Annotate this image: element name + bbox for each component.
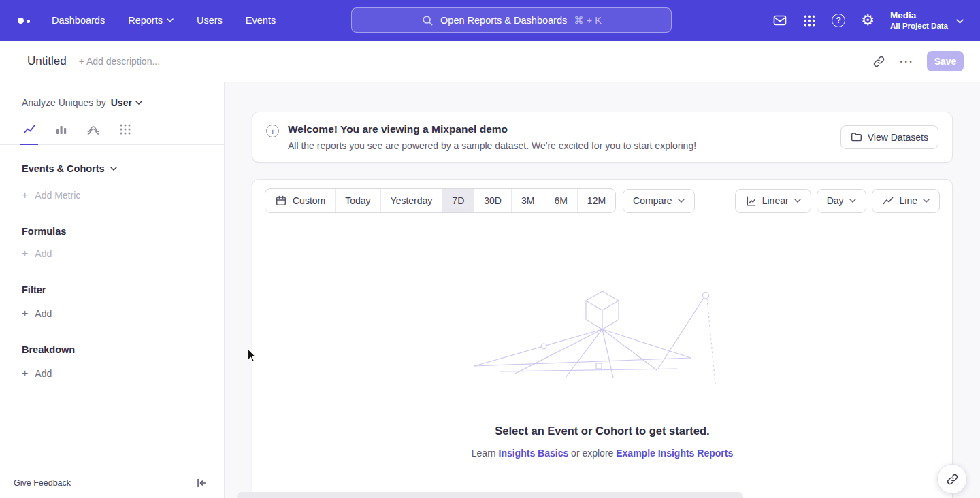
empty-state-illustration (473, 287, 732, 389)
tab-dots-grid[interactable] (118, 122, 132, 144)
nav-reports[interactable]: Reports (128, 15, 174, 26)
analyze-row: Analyze Uniques by User (0, 82, 224, 108)
chart-type-dropdown[interactable]: Line (872, 189, 940, 213)
range-12m[interactable]: 12M (577, 189, 615, 212)
chevron-down-icon (678, 199, 685, 203)
add-breakdown-button[interactable]: + Add (0, 368, 224, 379)
add-formula-label: Add (35, 248, 52, 259)
add-description-field[interactable]: + Add description... (79, 56, 160, 67)
nav-reports-label: Reports (128, 15, 163, 26)
plus-icon: + (22, 308, 28, 319)
messages-icon[interactable] (772, 13, 787, 28)
report-header-bar: Untitled + Add description... ⋯ Save (0, 41, 980, 82)
add-filter-button[interactable]: + Add (0, 308, 224, 319)
view-datasets-label: View Datasets (868, 132, 928, 143)
add-metric-label: Add Metric (35, 190, 80, 201)
chevron-down-icon (794, 199, 801, 203)
tab-flow[interactable] (86, 122, 100, 144)
share-link-fab[interactable] (937, 464, 967, 494)
tab-bar-chart[interactable] (54, 122, 68, 144)
more-options-icon[interactable]: ⋯ (899, 57, 913, 66)
analyze-by-dropdown[interactable]: User (111, 97, 142, 108)
help-icon[interactable]: ? (832, 14, 845, 27)
query-builder-sidebar: Analyze Uniques by User Events & Cohorts (0, 82, 225, 498)
plus-icon: + (22, 190, 28, 201)
copy-link-icon[interactable] (872, 55, 885, 68)
search-icon (421, 14, 434, 27)
logo-dot-large (18, 18, 24, 24)
chevron-down-icon (135, 101, 142, 105)
search-placeholder: Open Reports & Dashboards (440, 15, 567, 26)
range-custom[interactable]: Custom (265, 189, 335, 212)
banner-subtitle: All the reports you see are powered by a… (288, 140, 696, 151)
interval-dropdown[interactable]: Day (817, 189, 866, 213)
tab-line-chart[interactable] (22, 122, 36, 144)
breakdown-label: Breakdown (22, 344, 75, 355)
project-chevron-down-icon[interactable] (956, 14, 964, 27)
primary-nav: Dashboards Reports Users Events (52, 15, 276, 26)
topnav-right: ? ⚙ Media All Project Data (772, 0, 980, 41)
global-search-bar[interactable]: Open Reports & Dashboards ⌘ + K (351, 7, 672, 33)
welcome-banner: i Welcome! You are viewing a Mixpanel de… (252, 112, 953, 163)
add-breakdown-label: Add (35, 368, 52, 379)
nav-dashboards[interactable]: Dashboards (52, 15, 105, 26)
analyze-label: Analyze Uniques by (22, 97, 106, 108)
main-content: i Welcome! You are viewing a Mixpanel de… (225, 82, 980, 498)
project-name: Media (890, 10, 948, 22)
learn-text: Learn (472, 448, 496, 459)
formulas-section: Formulas (0, 226, 224, 237)
range-yesterday[interactable]: Yesterday (380, 189, 442, 212)
nav-events[interactable]: Events (246, 15, 276, 26)
compare-label: Compare (633, 195, 672, 206)
filter-section: Filter (0, 284, 224, 295)
apps-grid-icon[interactable] (803, 14, 816, 27)
metric-type-tabs (0, 122, 224, 145)
collapse-sidebar-icon[interactable] (195, 477, 208, 489)
toolbar-right-controls: Linear Day Line (735, 189, 940, 213)
scale-dropdown[interactable]: Linear (735, 189, 811, 213)
top-navbar: Dashboards Reports Users Events Open Rep… (0, 0, 980, 41)
plus-icon: + (22, 248, 28, 259)
horizontal-scrollbar[interactable] (237, 492, 743, 498)
insights-basics-link[interactable]: Insights Basics (499, 448, 569, 459)
project-scope: All Project Data (890, 21, 948, 31)
view-datasets-button[interactable]: View Datasets (840, 125, 938, 149)
breakdown-section: Breakdown (0, 344, 224, 355)
app-root: Dashboards Reports Users Events Open Rep… (0, 0, 980, 498)
sidebar-footer: Give Feedback (0, 472, 224, 498)
chevron-down-icon (923, 199, 930, 203)
info-icon: i (266, 124, 279, 137)
give-feedback-link[interactable]: Give Feedback (14, 478, 71, 488)
example-insights-reports-link[interactable]: Example Insights Reports (616, 448, 733, 459)
analyze-by-value: User (111, 97, 132, 108)
empty-state-title: Select an Event or Cohort to get started… (252, 425, 952, 437)
report-header-actions: ⋯ Save (872, 51, 964, 71)
range-6m[interactable]: 6M (544, 189, 576, 212)
empty-state: Select an Event or Cohort to get started… (252, 222, 952, 459)
flow-curves-icon (86, 122, 100, 136)
compare-button[interactable]: Compare (623, 189, 695, 213)
add-formula-button[interactable]: + Add (0, 248, 224, 259)
gear-icon[interactable]: ⚙ (861, 13, 875, 28)
range-30d[interactable]: 30D (474, 189, 511, 212)
report-title[interactable]: Untitled (27, 54, 67, 68)
save-button[interactable]: Save (927, 51, 964, 71)
mixpanel-logo[interactable] (7, 18, 41, 24)
interval-label: Day (827, 195, 844, 206)
calendar-icon (275, 195, 287, 207)
range-today[interactable]: Today (335, 189, 380, 212)
chevron-down-icon (110, 167, 117, 171)
add-metric-button[interactable]: + Add Metric (0, 190, 224, 201)
range-3m[interactable]: 3M (511, 189, 544, 212)
report-toolbar: Custom Today Yesterday 7D 30D 3M 6M 12M … (252, 180, 952, 222)
range-custom-label: Custom (293, 195, 325, 206)
plus-icon: + (22, 368, 28, 379)
nav-users[interactable]: Users (197, 15, 223, 26)
linear-scale-icon (745, 195, 757, 207)
bar-chart-icon (54, 122, 68, 136)
project-switcher[interactable]: Media All Project Data (890, 10, 948, 31)
events-cohorts-section[interactable]: Events & Cohorts (0, 163, 224, 174)
scale-label: Linear (762, 195, 789, 206)
link-icon (946, 473, 959, 486)
range-7d[interactable]: 7D (442, 189, 474, 212)
